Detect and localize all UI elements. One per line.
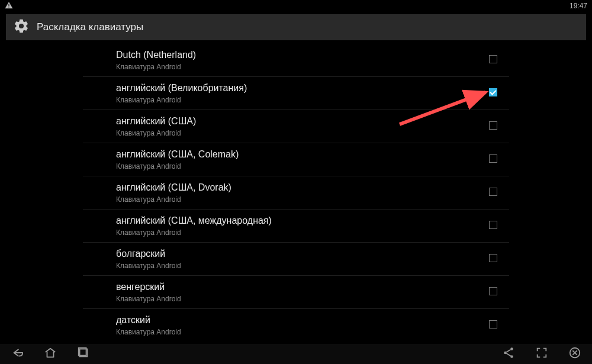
list-item-subtitle: Клавиатура Android [116,294,181,304]
list-item[interactable]: английский (США, международная)Клавиатур… [0,210,592,242]
page-title: Раскладка клавиатуры [37,21,143,33]
navigation-bar [0,344,592,364]
list-item-subtitle: Клавиатура Android [116,327,181,337]
list-item-title: болгарский [116,248,181,260]
recent-apps-icon[interactable] [77,346,90,362]
list-item-title: английский (Великобритания) [116,82,247,94]
checkbox[interactable] [489,154,497,163]
list-item-title: английский (США, Colemak) [116,149,239,160]
list-item-subtitle: Клавиатура Android [116,228,272,237]
list-item[interactable]: английский (США, Dvorak)Клавиатура Andro… [0,176,592,209]
checkbox[interactable] [489,320,497,328]
home-icon[interactable] [44,346,57,362]
list-item[interactable]: английский (США)Клавиатура Android [0,110,592,143]
list-item[interactable]: английский (США, Colemak)Клавиатура Andr… [0,143,592,176]
list-item-subtitle: Клавиатура Android [116,261,181,270]
close-circle-icon[interactable] [568,346,581,362]
keyboard-layout-list[interactable]: Dutch (Netherland)Клавиатура Androidангл… [0,44,592,344]
warning-icon [5,1,13,11]
status-time: 19:47 [570,2,587,10]
list-item-subtitle: Клавиатура Android [116,162,239,171]
checkbox[interactable] [489,254,497,262]
checkbox[interactable] [489,221,497,229]
list-item[interactable]: датскийКлавиатура Android [0,309,592,342]
gear-icon [13,18,30,37]
settings-header: Раскладка клавиатуры [6,14,586,40]
checkbox[interactable] [489,88,497,96]
list-item-title: английский (США) [116,115,196,127]
list-item[interactable]: болгарскийКлавиатура Android [0,243,592,275]
list-item-subtitle: Клавиатура Android [116,62,196,72]
list-item-subtitle: Клавиатура Android [116,128,196,138]
list-item-subtitle: Клавиатура Android [116,195,231,204]
android-screen: 19:47 Раскладка клавиатуры Dutch (Nether… [0,0,592,364]
fullscreen-icon[interactable] [535,346,548,362]
list-item[interactable]: венгерскийКлавиатура Android [0,276,592,308]
list-item-title: венгерский [116,281,181,293]
status-bar: 19:47 [0,0,592,12]
list-item[interactable]: английский (Великобритания)Клавиатура An… [0,77,592,109]
list-item[interactable]: Dutch (Netherland)Клавиатура Android [0,44,592,76]
checkbox[interactable] [489,121,497,130]
share-icon[interactable] [502,346,515,362]
list-item-subtitle: Клавиатура Android [116,95,247,105]
checkbox[interactable] [489,287,497,295]
list-item-title: датский [116,314,181,326]
list-item-title: Dutch (Netherland) [116,49,196,61]
checkbox[interactable] [489,55,497,63]
back-icon[interactable] [11,346,24,362]
list-item-title: английский (США, Dvorak) [116,182,231,194]
list-item-title: английский (США, международная) [116,215,272,227]
checkbox[interactable] [489,188,497,196]
